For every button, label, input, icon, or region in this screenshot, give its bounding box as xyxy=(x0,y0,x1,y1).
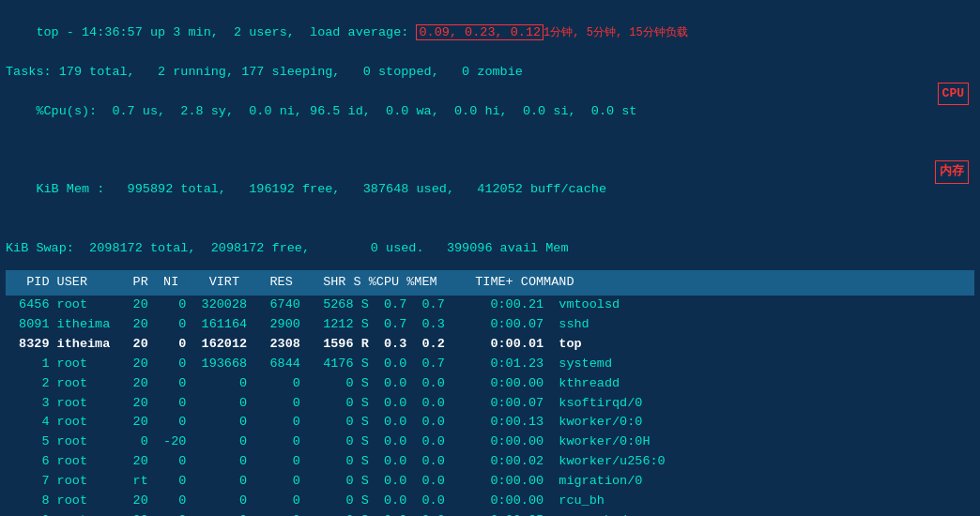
terminal: top - 14:36:57 up 3 min, 2 users, load a… xyxy=(0,0,980,516)
table-row: 2 root 20 0 0 0 0 S 0.0 0.0 0:00.00 kthr… xyxy=(6,374,974,394)
table-row: 6 root 20 0 0 0 0 S 0.0 0.0 0:00.02 kwor… xyxy=(6,452,974,472)
table-row: 7 root rt 0 0 0 0 S 0.0 0.0 0:00.00 migr… xyxy=(6,472,974,492)
header-line5: KiB Swap: 2098172 total, 2098172 free, 0… xyxy=(6,239,974,259)
table-row: 6456 root 20 0 320028 6740 5268 S 0.7 0.… xyxy=(6,296,974,315)
table-row: 5 root 0 -20 0 0 0 S 0.0 0.0 0:00.00 kwo… xyxy=(6,433,974,452)
cpu-label: CPU xyxy=(938,83,969,105)
table-row: 9 root 20 0 0 0 0 S 0.0 0.0 0:00.25 rcu_… xyxy=(6,511,974,516)
table-row: 3 root 20 0 0 0 0 S 0.0 0.0 0:00.07 ksof… xyxy=(6,394,974,414)
header-line1: top - 14:36:57 up 3 min, 2 users, load a… xyxy=(6,4,974,63)
table-body: 6456 root 20 0 320028 6740 5268 S 0.7 0.… xyxy=(6,296,974,516)
table-row: 4 root 20 0 0 0 0 S 0.0 0.0 0:00.13 kwor… xyxy=(6,413,974,433)
load-label: 1分钟, 5分钟, 15分钟负载 xyxy=(544,26,688,39)
header-line4: KiB Mem : 995892 total, 196192 free, 387… xyxy=(6,160,974,239)
top-label: top - 14:36:57 up 3 min, 2 users, load a… xyxy=(36,25,416,39)
table-row: 1 root 20 0 193668 6844 4176 S 0.0 0.7 0… xyxy=(6,355,974,374)
load-values: 0.09, 0.23, 0.12 xyxy=(416,24,544,40)
table-row: 8 root 20 0 0 0 0 S 0.0 0.0 0:00.00 rcu_… xyxy=(6,492,974,511)
mem-label: 内存 xyxy=(935,160,969,183)
table-row: 8091 itheima 20 0 161164 2900 1212 S 0.7… xyxy=(6,315,974,335)
table-header: PID USER PR NI VIRT RES SHR S %CPU %MEM … xyxy=(6,270,974,296)
table-row: 8329 itheima 20 0 162012 2308 1596 R 0.3… xyxy=(6,335,974,355)
header-line3: %Cpu(s): 0.7 us, 2.8 sy, 0.0 ni, 96.5 id… xyxy=(6,83,974,161)
header-line2: Tasks: 179 total, 2 running, 177 sleepin… xyxy=(6,63,974,83)
